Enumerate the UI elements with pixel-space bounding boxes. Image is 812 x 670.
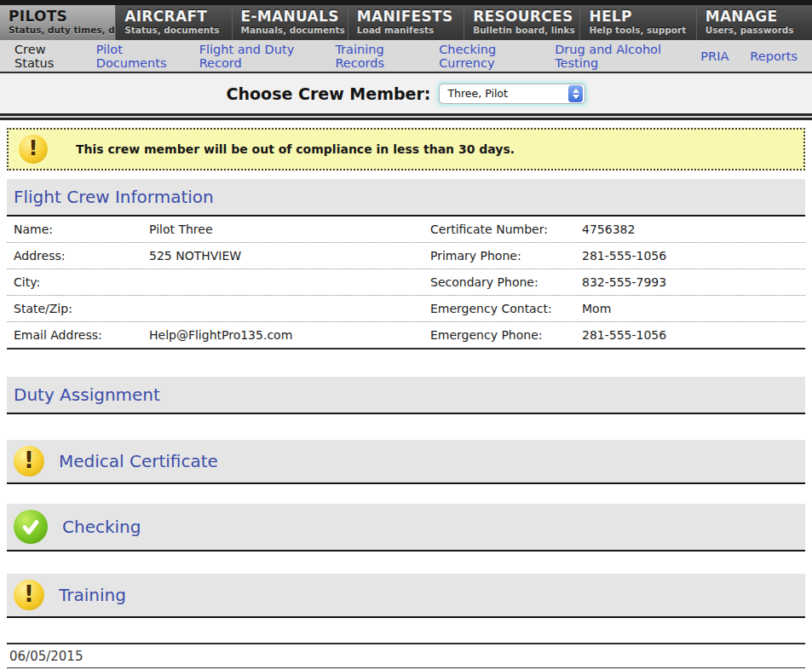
status-date: 06/05/2015 (7, 643, 805, 668)
tab-aircraft[interactable]: AIRCRAFT Status, documents (115, 5, 231, 40)
tab-emanuals[interactable]: E-MANUALS Manuals, documents (232, 5, 348, 40)
field-label: Emergency Contact: (430, 302, 582, 315)
tab-resources[interactable]: RESOURCES Bulletin board, links (464, 5, 579, 40)
tab-title: MANIFESTS (357, 8, 455, 25)
warning-status-icon: ! (14, 580, 44, 610)
field-value: Mom (582, 302, 798, 315)
select-stepper-icon (568, 85, 583, 102)
tab-subtitle: Bulletin board, links (473, 25, 571, 35)
compliance-warning-banner: ! This crew member will be out of compli… (7, 128, 805, 170)
subnav-item-reports[interactable]: Reports (750, 49, 798, 63)
tab-title: RESOURCES (473, 8, 571, 25)
field-value: 832-555-7993 (582, 275, 798, 289)
tab-subtitle: Manuals, documents (241, 25, 339, 35)
warning-status-icon: ! (14, 446, 44, 477)
field-label: Secondary Phone: (430, 275, 582, 289)
subnav-item-drug-and-alcohol-testing[interactable]: Drug and Alcohol Testing (555, 43, 679, 70)
crew-selector-bar: Choose Crew Member: Three, Pilot (0, 73, 812, 113)
subnav-item-training-records[interactable]: Training Records (335, 43, 418, 70)
field-label: Name: (14, 222, 149, 236)
tab-subtitle: Status, duty times, docs (9, 25, 107, 35)
field-value: 281-555-1056 (582, 249, 798, 263)
subnav-item-pilot-documents[interactable]: Pilot Documents (96, 43, 178, 70)
section-title[interactable]: Training (59, 585, 126, 605)
page-content: ! This crew member will be out of compli… (0, 128, 812, 670)
table-row: Email Address: Help@FlightPro135.com Eme… (7, 322, 805, 349)
check-status-icon (14, 510, 48, 544)
tab-title: E-MANUALS (241, 8, 339, 25)
field-value: 281-555-1056 (582, 328, 798, 342)
field-value: Pilot Three (149, 222, 430, 236)
field-label: Primary Phone: (430, 249, 582, 263)
section-title[interactable]: Checking (62, 517, 141, 537)
tab-manage[interactable]: MANAGE Users, passwords (696, 5, 812, 40)
tab-manifests[interactable]: MANIFESTS Load manifests (348, 5, 464, 40)
tab-subtitle: Help tools, support (589, 25, 687, 35)
field-value: Help@FlightPro135.com (149, 328, 430, 342)
field-label: Emergency Phone: (430, 328, 582, 342)
sub-nav: Crew Status Pilot Documents Flight and D… (0, 40, 812, 73)
crew-selector-label: Choose Crew Member: (227, 84, 431, 103)
section-header-medical-certificate: ! Medical Certificate (7, 440, 805, 484)
field-value: 525 NOTHVIEW (149, 249, 430, 263)
subnav-item-crew-status[interactable]: Crew Status (14, 43, 75, 70)
section-header-training: ! Training (7, 574, 805, 618)
field-value: 4756382 (582, 222, 798, 236)
main-nav: PILOTS Status, duty times, docs AIRCRAFT… (0, 5, 812, 40)
section-header-flight-crew-information: Flight Crew Information (7, 179, 805, 217)
warning-icon: ! (19, 135, 48, 164)
section-header-checking: Checking (7, 504, 805, 552)
tab-title: MANAGE (705, 8, 803, 25)
tab-title: HELP (589, 8, 687, 25)
tab-pilots[interactable]: PILOTS Status, duty times, docs (0, 5, 115, 40)
subnav-item-checking-currency[interactable]: Checking Currency (439, 43, 533, 70)
section-title[interactable]: Flight Crew Information (14, 187, 214, 207)
table-row: State/Zip: Emergency Contact: Mom (7, 296, 805, 322)
tab-subtitle: Status, documents (124, 25, 222, 35)
tab-title: PILOTS (9, 8, 107, 25)
field-label: Certificate Number: (430, 222, 582, 236)
crew-member-selected-value: Three, Pilot (447, 87, 568, 100)
section-title[interactable]: Medical Certificate (59, 451, 218, 471)
warning-text: This crew member will be out of complian… (76, 142, 515, 156)
field-label: Email Address: (14, 328, 149, 342)
field-label: Address: (14, 249, 149, 263)
section-title[interactable]: Duty Assignment (14, 384, 160, 405)
tab-title: AIRCRAFT (124, 8, 222, 25)
field-label: City: (14, 275, 149, 289)
section-divider (0, 113, 812, 120)
tab-help[interactable]: HELP Help tools, support (579, 5, 695, 40)
table-row: Address: 525 NOTHVIEW Primary Phone: 281… (7, 243, 805, 269)
subnav-item-pria[interactable]: PRIA (700, 49, 728, 63)
section-header-duty-assignment: Duty Assignment (7, 377, 805, 414)
table-row: City: Secondary Phone: 832-555-7993 (7, 269, 805, 296)
tab-subtitle: Users, passwords (705, 25, 803, 35)
crew-member-select[interactable]: Three, Pilot (439, 84, 585, 104)
field-label: State/Zip: (14, 302, 149, 315)
subnav-item-flight-and-duty-record[interactable]: Flight and Duty Record (199, 43, 314, 70)
flight-crew-info-table: Name: Pilot Three Certificate Number: 47… (7, 217, 805, 349)
tab-subtitle: Load manifests (357, 25, 455, 35)
table-row: Name: Pilot Three Certificate Number: 47… (7, 217, 805, 243)
